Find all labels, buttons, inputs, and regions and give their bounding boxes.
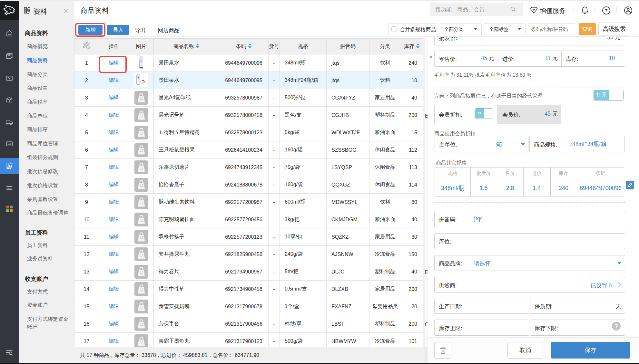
svg-text:?: ?: [605, 8, 608, 13]
